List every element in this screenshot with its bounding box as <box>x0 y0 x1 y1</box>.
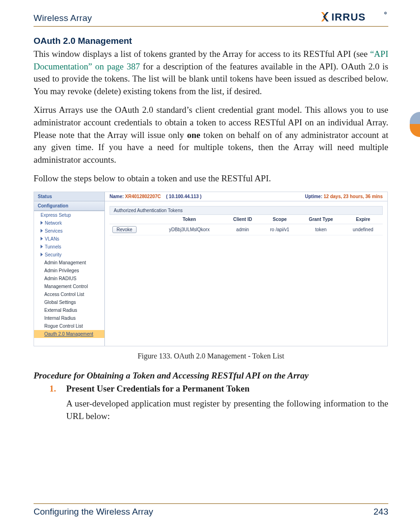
sidebar-subitem[interactable]: External Radius <box>34 306 104 314</box>
step-number: 1. <box>49 384 60 394</box>
device-ip: ( 10.100.44.113 ) <box>166 194 201 199</box>
cell-token: yDBbj3ULMslQkorx <box>154 224 224 235</box>
tokens-table: Token Client ID Scope Grant Type Expire … <box>110 215 383 235</box>
chevron-right-icon <box>41 221 43 225</box>
sidebar-section-status[interactable]: Status <box>34 192 104 201</box>
sidebar-item-security[interactable]: Security <box>34 251 104 259</box>
figure: Status Configuration Express Setup Netwo… <box>34 192 388 360</box>
uptime-value: 12 days, 23 hours, 36 mins <box>324 194 383 199</box>
sidebar-subitem[interactable]: Admin RADIUS <box>34 275 104 282</box>
sidebar-subitem[interactable]: Admin Management <box>34 259 104 267</box>
sidebar-item-label: Network <box>45 220 62 226</box>
cell-client: admin <box>224 224 261 235</box>
paragraph: Follow the steps below to obtain a token… <box>34 172 388 185</box>
running-head: Wireless Array <box>34 13 92 23</box>
thumb-tab-icon <box>410 112 420 137</box>
revoke-button[interactable]: Revoke <box>112 226 137 233</box>
page-header: Wireless Array IRRUS R <box>34 10 388 27</box>
sidebar-item-network[interactable]: Network <box>34 219 104 227</box>
text: This window displays a list of tokens gr… <box>34 49 370 59</box>
table-header-row: Token Client ID Scope Grant Type Expire <box>110 215 383 224</box>
chevron-right-icon <box>41 245 43 248</box>
page-number: 243 <box>373 507 388 517</box>
cell-expire: undefined <box>344 224 383 235</box>
col-expire: Expire <box>344 215 383 224</box>
sidebar-subitem[interactable]: Rogue Control List <box>34 322 104 330</box>
cell-grant: token <box>298 224 344 235</box>
main-panel: Name: XR4012802207C ( 10.100.44.113 ) Up… <box>105 192 387 346</box>
sidebar-item-label: Tunnels <box>45 244 61 249</box>
sidebar-item-tunnels[interactable]: Tunnels <box>34 243 104 251</box>
svg-text:R: R <box>385 13 386 14</box>
screenshot-panel: Status Configuration Express Setup Netwo… <box>34 192 388 346</box>
sidebar-subitem-oauth[interactable]: Oauth 2.0 Management <box>34 330 104 338</box>
sidebar-item-label: Security <box>45 252 62 257</box>
sidebar-item-label: Express Setup <box>41 213 71 218</box>
col-scope: Scope <box>261 215 298 224</box>
uptime-label: Uptime: <box>305 194 322 199</box>
sidebar: Status Configuration Express Setup Netwo… <box>34 192 105 346</box>
paragraph: This window displays a list of tokens gr… <box>34 48 388 97</box>
paragraph: Xirrus Arrays use the OAuth 2.0 standard… <box>34 104 388 166</box>
footer-section: Configuring the Wireless Array <box>34 507 153 517</box>
figure-caption: Figure 133. OAuth 2.0 Management - Token… <box>34 352 388 360</box>
chevron-right-icon <box>41 237 43 241</box>
cell-scope: ro /api/v1 <box>261 224 298 235</box>
table-row: Revoke yDBbj3ULMslQkorx admin ro /api/v1… <box>110 224 383 235</box>
chevron-right-icon <box>41 229 43 233</box>
procedure-heading: Procedure for Obtaining a Token and Acce… <box>34 371 388 381</box>
step-body: A user-developed application must regist… <box>66 398 388 422</box>
sidebar-item-express-setup[interactable]: Express Setup <box>34 211 104 219</box>
sidebar-item-label: VLANs <box>45 236 59 241</box>
device-name: XR4012802207C <box>125 194 161 199</box>
svg-text:IRRUS: IRRUS <box>331 11 365 23</box>
panel-title: Authorized Authentication Tokens <box>110 206 383 215</box>
sidebar-subitem[interactable]: Access Control List <box>34 290 104 298</box>
emphasis: one <box>187 130 200 140</box>
sidebar-subitem[interactable]: Management Control <box>34 282 104 290</box>
sidebar-item-services[interactable]: Services <box>34 227 104 235</box>
sidebar-subitem[interactable]: Internal Radius <box>34 314 104 322</box>
sidebar-section-configuration[interactable]: Configuration <box>34 201 104 211</box>
sidebar-subitem[interactable]: Global Settings <box>34 298 104 306</box>
brand-logo: IRRUS R <box>316 10 388 23</box>
step-title: Present User Credentials for a Permanent… <box>66 384 249 394</box>
col-blank <box>110 215 154 224</box>
page-footer: Configuring the Wireless Array 243 <box>34 503 388 517</box>
section-heading: OAuth 2.0 Management <box>34 36 388 46</box>
name-label: Name: <box>110 194 124 199</box>
col-token: Token <box>154 215 224 224</box>
col-grant-type: Grant Type <box>298 215 344 224</box>
step: 1. Present User Credentials for a Perman… <box>49 384 388 394</box>
chevron-right-icon <box>41 253 43 256</box>
sidebar-item-label: Services <box>45 228 62 234</box>
sidebar-item-vlans[interactable]: VLANs <box>34 235 104 243</box>
col-client-id: Client ID <box>224 215 261 224</box>
sidebar-subitem[interactable]: Admin Privileges <box>34 267 104 275</box>
status-bar: Name: XR4012802207C ( 10.100.44.113 ) Up… <box>105 192 387 201</box>
